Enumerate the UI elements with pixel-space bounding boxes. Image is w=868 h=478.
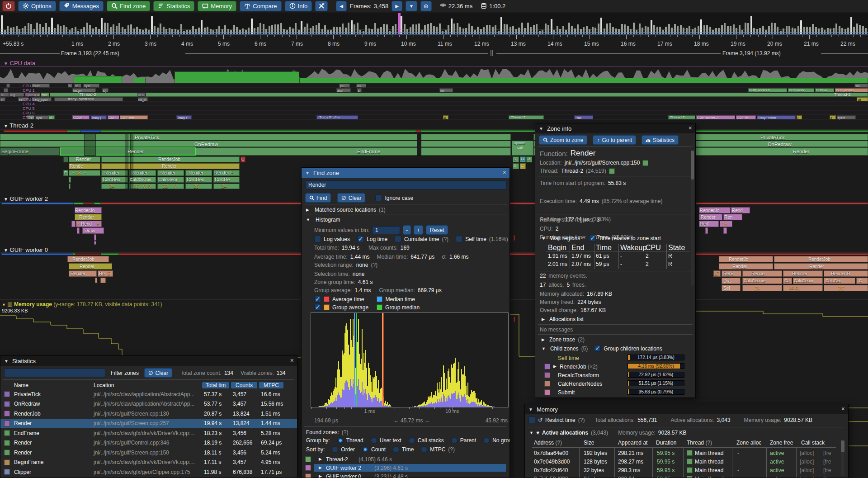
timeline-zone[interactable] [146, 93, 868, 97]
zone-group-row[interactable]: ▶ GUIF worker 0(3,231) 4.48 s [302, 473, 510, 478]
collapsed-icon[interactable]: ▶ [542, 337, 545, 342]
timeline-zone[interactable] [0, 141, 511, 147]
timeline-zone[interactable] [723, 214, 742, 220]
timeline-zone[interactable] [157, 177, 184, 183]
stats-row[interactable]: EndFramejni/../jni/src/claw/gfx/drv/vk/D… [0, 428, 297, 438]
timeline-zone[interactable] [316, 115, 358, 119]
timeline-zone[interactable] [32, 84, 50, 88]
clear-filter-button[interactable]: ∅Clear [144, 368, 172, 378]
timeline-zone[interactable] [185, 184, 212, 189]
min-bin-input[interactable]: 1 [372, 226, 400, 234]
radio-count[interactable] [362, 446, 368, 453]
timeline-zone[interactable] [94, 203, 101, 204]
timeline-zone[interactable] [783, 270, 823, 277]
timeline-zone[interactable] [439, 88, 453, 92]
col-name[interactable]: Name [14, 382, 28, 388]
timeline-zone[interactable] [101, 170, 128, 176]
timeline-zone[interactable] [102, 88, 108, 92]
self-time-checkbox[interactable] [456, 236, 462, 242]
timeline-zone[interactable] [491, 50, 491, 56]
timeline-zone[interactable] [722, 278, 741, 284]
stats-row[interactable]: Renderjni/../jni/src/guif/Screen.cpp:150… [0, 448, 297, 457]
timeline-zone[interactable] [241, 156, 245, 162]
timeline-zone[interactable] [120, 115, 148, 119]
memory-titlebar[interactable]: ▼Memory× [525, 404, 848, 414]
log-values-checkbox[interactable] [314, 236, 321, 242]
timeline-zone[interactable] [720, 221, 732, 227]
timeline-zone[interactable] [837, 115, 856, 119]
timeline-zone[interactable] [71, 221, 75, 227]
timeline-zone[interactable] [357, 88, 362, 92]
timeline-zone[interactable] [731, 207, 750, 213]
timeline-zone[interactable] [783, 285, 823, 291]
timeline-zone[interactable] [175, 71, 299, 83]
timeline-zone[interactable] [705, 227, 708, 234]
prev-frame-button[interactable]: ◀ [336, 1, 347, 11]
options-button[interactable]: Options [18, 1, 56, 11]
timeline-zone[interactable] [69, 263, 112, 270]
messages-button[interactable]: Messages [59, 1, 104, 11]
timeline-zone[interactable] [69, 270, 97, 277]
child-zone-row[interactable]: RecalcTransform72.92 μs (1.62%) [535, 371, 696, 379]
timeline-zone[interactable] [213, 170, 240, 176]
timeline-zone[interactable] [1, 253, 72, 255]
timeline-zone[interactable] [742, 270, 782, 277]
timeline-zone[interactable] [95, 278, 97, 283]
expanded-icon[interactable]: ▼ [306, 218, 310, 222]
timeline-zone[interactable] [6, 84, 10, 88]
timeline-zone[interactable] [75, 207, 102, 213]
timeline-zone[interactable] [742, 278, 782, 284]
timeline-zone[interactable] [774, 263, 868, 270]
matched-locations[interactable]: Matched source locations [315, 207, 376, 213]
collapsed-icon[interactable]: ▶ [306, 208, 309, 212]
timeline-zone[interactable] [18, 97, 28, 101]
timeline-zone[interactable] [722, 285, 741, 291]
timeline-zone[interactable] [514, 317, 515, 322]
restrict-time-checkbox[interactable] [528, 416, 535, 423]
relative-time-checkbox[interactable] [589, 235, 596, 241]
timeline-zone[interactable] [0, 97, 5, 101]
histogram-label[interactable]: Histogram [316, 217, 340, 223]
timeline-zone[interactable] [748, 88, 787, 92]
timeline-zone[interactable] [339, 84, 350, 88]
close-icon[interactable]: × [689, 124, 692, 132]
timeline-zone[interactable] [788, 88, 814, 92]
memory-usage-header[interactable]: ▼ ▥ Memory usage (y-range: 178.27 KB, vi… [2, 301, 162, 308]
compare-button[interactable]: Compare [240, 1, 281, 11]
timeline-zone[interactable] [742, 285, 782, 291]
timeline-zone[interactable] [63, 170, 68, 176]
allocation-row[interactable]: 0x7dfc42d64032 bytes 298.3 ms59.95 s Mai… [525, 466, 845, 474]
timeline-zone[interactable] [336, 88, 351, 92]
timeline-zone[interactable] [176, 115, 192, 119]
timeline-zone[interactable] [83, 84, 99, 88]
timeline-zone[interactable] [94, 241, 96, 245]
stats-row[interactable]: BeginFramejni/../jni/src/claw/gfx/drv/vk… [0, 458, 297, 467]
timeline-zone[interactable] [835, 88, 868, 92]
timeline-zone[interactable] [857, 97, 868, 101]
power-button[interactable] [2, 1, 15, 11]
timeline-zone[interactable] [69, 163, 100, 169]
timeline-zone[interactable] [793, 278, 823, 284]
zoom-to-zone-button[interactable]: Zoom to zone [539, 135, 587, 145]
timeline-zone[interactable] [736, 115, 756, 119]
timeline-zone[interactable] [509, 115, 544, 119]
timeline-zone[interactable] [80, 130, 100, 132]
timeline-zone[interactable] [417, 134, 421, 156]
radio-time[interactable] [393, 446, 399, 453]
radio-thread[interactable] [337, 437, 344, 444]
timeline-zone[interactable] [72, 253, 75, 255]
timeline-zone[interactable] [774, 256, 868, 262]
timeline-zone[interactable] [67, 256, 109, 262]
col-mtpc[interactable]: MTPC [259, 382, 283, 388]
clear-button[interactable]: ∅Clear [337, 193, 365, 203]
timeline-zone[interactable] [719, 256, 773, 262]
allocations-list[interactable]: Allocations list [549, 316, 584, 322]
stats-row[interactable]: OnRedrawjni/../jni/src/claw/application/… [0, 399, 297, 409]
timeline-zone[interactable] [84, 134, 96, 156]
expanded-icon[interactable]: ▼ [542, 346, 546, 351]
close-icon[interactable]: × [841, 405, 845, 412]
timeline-zone[interactable] [101, 156, 240, 162]
timeline-zone[interactable] [90, 115, 107, 119]
timeline-zone[interactable] [574, 115, 593, 119]
ignore-case-checkbox[interactable] [375, 194, 382, 201]
